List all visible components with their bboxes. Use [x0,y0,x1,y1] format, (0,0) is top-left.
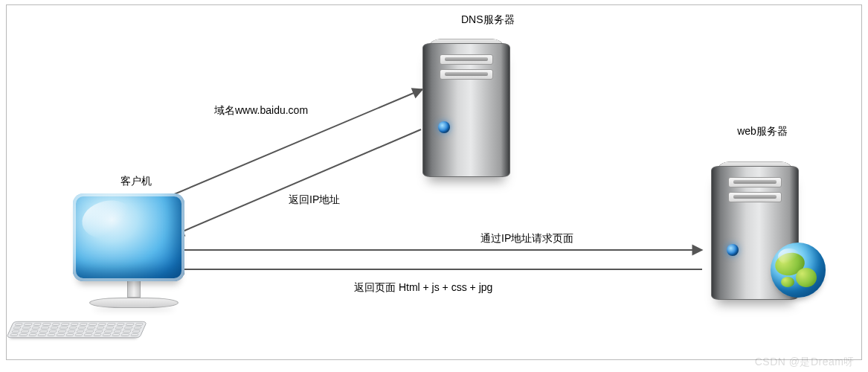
edge-from-dns-label: 返回IP地址 [289,193,340,207]
edge-from-web-label: 返回页面 Html + js + css + jpg [354,281,492,295]
client-computer-icon [60,193,208,308]
dns-server-label: DNS服务器 [461,13,515,27]
dns-server-icon [422,31,519,177]
edge-to-dns-label: 域名www.baidu.com [214,104,308,118]
svg-line-1 [174,129,421,235]
web-server-label: web服务器 [733,125,791,138]
globe-icon [771,243,826,298]
watermark: CSDN @是Dream呀 [755,356,855,369]
keyboard-icon [6,321,147,338]
edge-to-web-label: 通过IP地址请求页面 [480,232,573,246]
client-label: 客户机 [120,175,152,188]
